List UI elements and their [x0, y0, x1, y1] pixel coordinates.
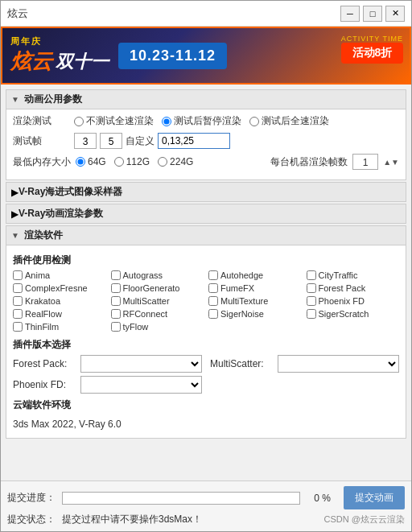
plugin-sigernoise[interactable]: SigerNoise	[208, 309, 302, 319]
plugin-sigernoise-check[interactable]	[208, 309, 218, 319]
vray-animation-arrow: ▶	[11, 208, 19, 220]
forest-pack-select[interactable]	[80, 355, 202, 373]
frame-box-1[interactable]: 3	[74, 133, 97, 149]
memory-224g[interactable]: 224G	[158, 156, 193, 167]
plugin-autograss-check[interactable]	[111, 270, 121, 280]
window-title: 炫云	[7, 6, 28, 21]
plugin-tyflow[interactable]: tyFlow	[111, 322, 204, 332]
banner-title-双十一: 双十一	[56, 50, 109, 74]
render-option-1[interactable]: 不测试全速渲染	[74, 114, 154, 128]
render-software-title: 渲染软件	[24, 229, 63, 242]
per-machine-group: 每台机器渲染帧数 1 ▲▼	[270, 154, 399, 170]
plugin-floorgenerator[interactable]: FloorGenerato	[111, 283, 204, 293]
status-label: 提交状态：	[7, 513, 56, 526]
per-machine-spinner[interactable]: 1	[352, 154, 378, 170]
plugin-tyflow-check[interactable]	[111, 322, 121, 332]
memory-224-label: 224G	[170, 156, 193, 167]
render-radio-1[interactable]	[74, 117, 84, 126]
plugin-thinfilm[interactable]: ThinFilm	[13, 322, 106, 332]
maximize-button[interactable]: □	[363, 6, 382, 22]
progress-row: 提交进度： 0 % 提交动画	[7, 486, 405, 509]
plugin-krakatoa-check[interactable]	[13, 296, 23, 306]
test-frame-row: 测试帧 3 5 自定义	[13, 133, 399, 149]
cloud-env-value: 3ds Max 2022, V-Ray 6.0	[13, 415, 399, 433]
plugin-forestpack-check[interactable]	[307, 283, 316, 293]
plugin-anima[interactable]: Anima	[13, 270, 106, 280]
vray-sampler-header[interactable]: ▶ V-Ray海进式图像采样器	[6, 182, 406, 202]
banner-activity: ACTIVITY TIME 活动8折	[341, 35, 403, 64]
vray-sampler-section: ▶ V-Ray海进式图像采样器	[6, 182, 406, 202]
main-window: 炫云 ─ □ ✕ 周年庆 炫云 双十一 10.23-11.12 ACTIVITY…	[0, 0, 412, 532]
render-option-3[interactable]: 测试后全速渲染	[249, 114, 329, 128]
render-software-arrow: ▼	[11, 231, 19, 240]
animation-params-header[interactable]: ▼ 动画公用参数	[6, 89, 406, 109]
min-memory-label: 最低内存大小	[13, 155, 71, 169]
plugin-multiscatter-check[interactable]	[111, 296, 121, 306]
plugin-rfconnect-check[interactable]	[111, 309, 121, 319]
plugin-complexfresne[interactable]: ComplexFresne	[13, 283, 106, 293]
render-software-header[interactable]: ▼ 渲染软件	[6, 225, 406, 245]
plugin-multitexture-check[interactable]	[208, 296, 218, 306]
plugin-fumefx-check[interactable]	[208, 283, 218, 293]
plugin-sigerscratch[interactable]: SigerScratch	[307, 309, 400, 319]
plugin-realflow-check[interactable]	[13, 309, 23, 319]
plugin-autohedge-check[interactable]	[208, 270, 218, 280]
plugin-multitexture[interactable]: MultiTexture	[208, 296, 302, 306]
memory-radio-112[interactable]	[114, 157, 124, 167]
plugin-complexfresne-check[interactable]	[13, 283, 23, 293]
multiscatter-select[interactable]	[278, 355, 399, 373]
plugin-realflow[interactable]: RealFlow	[13, 309, 106, 319]
plugin-autohedge[interactable]: Autohedge	[208, 270, 302, 280]
animation-params-body: 渲染测试 不测试全速渲染 测试后暂停渲染 测试后全速渲染	[6, 109, 406, 180]
spinner-arrow[interactable]: ▲▼	[383, 158, 399, 167]
plugin-citytraffic[interactable]: CityTraffic	[307, 270, 400, 280]
plugin-floorgenerator-check[interactable]	[111, 283, 121, 293]
plugin-autograss[interactable]: Autograss	[111, 270, 204, 280]
render-radio-2[interactable]	[162, 117, 171, 126]
plugin-phoenixfd[interactable]: Phoenix FD	[307, 296, 400, 306]
progress-label: 提交进度：	[7, 491, 56, 505]
animation-params-title: 动画公用参数	[24, 93, 82, 106]
frame-box-2[interactable]: 5	[100, 133, 122, 149]
banner-title-炫云: 炫云	[10, 47, 52, 76]
render-radio-3[interactable]	[249, 117, 259, 126]
plugin-krakatoa[interactable]: Krakatoa	[13, 296, 106, 306]
plugin-anima-check[interactable]	[13, 270, 23, 280]
render-test-options: 不测试全速渲染 测试后暂停渲染 测试后全速渲染	[74, 114, 329, 128]
render-option-2[interactable]: 测试后暂停渲染	[162, 114, 241, 128]
render-software-section: ▼ 渲染软件 插件使用检测 Anima Autograss A	[6, 225, 406, 439]
test-frame-label: 测试帧	[13, 134, 69, 148]
render-test-row: 渲染测试 不测试全速渲染 测试后暂停渲染 测试后全速渲染	[13, 114, 399, 128]
vray-animation-header[interactable]: ▶ V-Ray动画渲染参数	[6, 204, 406, 224]
plugin-fumefx[interactable]: FumeFX	[208, 283, 302, 293]
vray-sampler-arrow: ▶	[11, 187, 19, 198]
plugin-citytraffic-check[interactable]	[307, 270, 316, 280]
phoenix-fd-select[interactable]	[80, 376, 202, 394]
activity-button[interactable]: 活动8折	[341, 43, 403, 64]
memory-112g[interactable]: 112G	[114, 156, 150, 167]
cloud-env-title: 云端软件环境	[13, 398, 399, 412]
plugin-rfconnect[interactable]: RFConnect	[111, 309, 204, 319]
memory-radio-224[interactable]	[158, 157, 167, 167]
plugin-phoenixfd-check[interactable]	[307, 296, 316, 306]
plugin-forestpack[interactable]: Forest Pack	[307, 283, 400, 293]
plugin-multiscatter[interactable]: MultiScatter	[111, 296, 204, 306]
plugin-sigerscratch-check[interactable]	[307, 309, 316, 319]
plugin-thinfilm-check[interactable]	[13, 322, 23, 332]
plugin-detect-title: 插件使用检测	[13, 254, 399, 267]
multiscatter-version-row: MultiScatter:	[210, 355, 399, 373]
memory-64g[interactable]: 64G	[76, 156, 106, 167]
version-select-title: 插件版本选择	[13, 338, 399, 352]
render-option-3-label: 测试后全速渲染	[262, 114, 329, 128]
submit-button[interactable]: 提交动画	[344, 486, 405, 509]
minimize-button[interactable]: ─	[340, 6, 360, 22]
activity-time-label: ACTIVITY TIME	[341, 35, 403, 43]
render-option-2-label: 测试后暂停渲染	[174, 114, 241, 128]
phoenix-fd-version-row: Phoenix FD:	[13, 376, 202, 394]
frame-custom-input[interactable]	[158, 133, 230, 149]
memory-radio-64[interactable]	[76, 157, 85, 167]
frame-custom-label: 自定义	[126, 134, 154, 148]
multiscatter-version-label: MultiScatter:	[210, 358, 274, 369]
close-button[interactable]: ✕	[385, 6, 405, 22]
banner[interactable]: 周年庆 炫云 双十一 10.23-11.12 ACTIVITY TIME 活动8…	[1, 27, 411, 85]
